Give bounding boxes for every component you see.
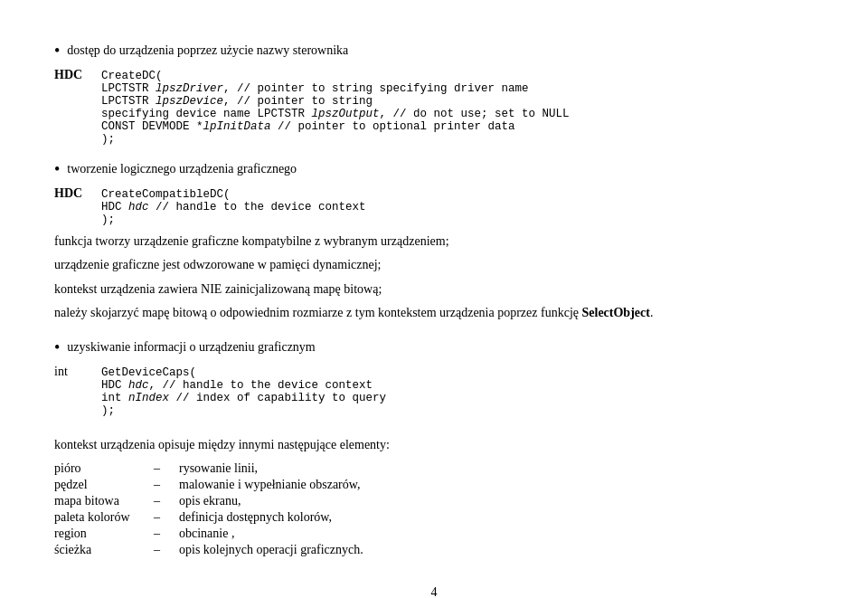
context-intro: kontekst urządzenia opisuje między innym… xyxy=(54,435,814,455)
createdc-line2: LPCTSTR lpszDevice, // pointer to string xyxy=(101,95,814,108)
item-dash-3: – xyxy=(154,493,172,509)
item-label-ścieżka: ścieżka xyxy=(54,542,154,558)
createcompatibledc-func: CreateCompatibleDC( xyxy=(101,188,231,201)
item-value-ścieżka: opis kolejnych operacji graficznych. xyxy=(172,542,363,558)
createcompatibledc-params: HDC hdc // handle to the device context … xyxy=(101,201,814,226)
getdevicecaps-close: ); xyxy=(101,404,814,417)
item-value-mapa: opis ekranu, xyxy=(172,493,363,509)
table-row: paleta kolorów – definicja dostępnych ko… xyxy=(54,509,363,526)
item-label-pióro: pióro xyxy=(54,460,154,477)
context-table: pióro – rysowanie linii, pędzel – malowa… xyxy=(54,460,363,558)
section-getdevicecaps: • uzyskiwanie informacji o urządzeniu gr… xyxy=(54,340,814,357)
hdc-label-2: HDC xyxy=(54,186,90,201)
table-row: mapa bitowa – opis ekranu, xyxy=(54,493,363,509)
createdc-line1: LPCTSTR lpszDriver, // pointer to string… xyxy=(101,82,814,95)
getdevicecaps-line2: int nIndex // index of capability to que… xyxy=(101,392,814,404)
hdc-label-1: HDC xyxy=(54,68,90,82)
bullet-icon: • xyxy=(54,42,60,61)
bullet-icon-2: • xyxy=(54,160,60,179)
section-title-2: tworzenie logicznego urządzenia graficzn… xyxy=(67,162,297,176)
table-row: region – obcinanie , xyxy=(54,526,363,542)
item-value-paleta: definicja dostępnych kolorów, xyxy=(172,509,363,526)
createcompatibledc-close: ); xyxy=(101,214,814,226)
createdc-params: LPCTSTR lpszDriver, // pointer to string… xyxy=(101,82,814,146)
item-dash-6: – xyxy=(154,542,172,558)
createdc-code-block: HDC CreateDC( xyxy=(54,68,814,82)
item-label-pędzel: pędzel xyxy=(54,477,154,493)
section-access-device: • dostęp do urządzenia poprzez użycie na… xyxy=(54,43,814,61)
section-title-3: uzyskiwanie informacji o urządzeniu graf… xyxy=(67,340,315,355)
createdc-close: ); xyxy=(101,133,814,146)
item-value-region: obcinanie , xyxy=(172,526,363,542)
selectobject-bold: SelectObject xyxy=(582,306,650,319)
page-content: • dostęp do urządzenia poprzez użycie na… xyxy=(54,43,814,598)
section-context-description: kontekst urządzenia opisuje między innym… xyxy=(54,435,814,558)
section-create-compatible: • tworzenie logicznego urządzenia grafic… xyxy=(54,162,814,179)
item-dash-2: – xyxy=(154,477,172,493)
item-label-region: region xyxy=(54,526,154,542)
prose-line-2: urządzenie graficzne jest odwzorowane w … xyxy=(54,255,814,275)
item-value-pędzel: malowanie i wypełnianie obszarów, xyxy=(172,477,363,493)
item-label-mapa: mapa bitowa xyxy=(54,493,154,509)
item-dash-4: – xyxy=(154,509,172,526)
prose-section-2: funkcja tworzy urządzenie graficzne komp… xyxy=(54,232,814,324)
getdevicecaps-code-block: int GetDeviceCaps( xyxy=(54,365,814,379)
item-dash-5: – xyxy=(154,526,172,542)
createcompatibledc-line1: HDC hdc // handle to the device context xyxy=(101,201,814,214)
table-row: ścieżka – opis kolejnych operacji grafic… xyxy=(54,542,363,558)
prose-line-3: kontekst urządzenia zawiera NIE zainicja… xyxy=(54,280,814,299)
prose-line-4: należy skojarzyć mapę bitową o odpowiedn… xyxy=(54,303,814,323)
getdevicecaps-params: HDC hdc, // handle to the device context… xyxy=(101,379,814,417)
section-title-1: dostęp do urządzenia poprzez użycie nazw… xyxy=(67,43,348,58)
bullet-icon-3: • xyxy=(54,338,60,357)
table-row: pióro – rysowanie linii, xyxy=(54,460,363,477)
item-value-pióro: rysowanie linii, xyxy=(172,460,363,477)
prose-line-1: funkcja tworzy urządzenie graficzne komp… xyxy=(54,232,814,252)
createdc-line3: specifying device name LPCTSTR lpszOutpu… xyxy=(101,108,814,120)
page-number: 4 xyxy=(54,585,814,598)
table-row: pędzel – malowanie i wypełnianie obszaró… xyxy=(54,477,363,493)
item-label-paleta: paleta kolorów xyxy=(54,509,154,526)
item-dash-1: – xyxy=(154,460,172,477)
int-label: int xyxy=(54,365,90,379)
createdc-func: CreateDC( xyxy=(101,70,163,82)
getdevicecaps-line1: HDC hdc, // handle to the device context xyxy=(101,379,814,392)
getdevicecaps-func: GetDeviceCaps( xyxy=(101,366,196,379)
createcompatibledc-code-block: HDC CreateCompatibleDC( xyxy=(54,186,814,201)
createdc-line4: CONST DEVMODE *lpInitData // pointer to … xyxy=(101,120,814,133)
